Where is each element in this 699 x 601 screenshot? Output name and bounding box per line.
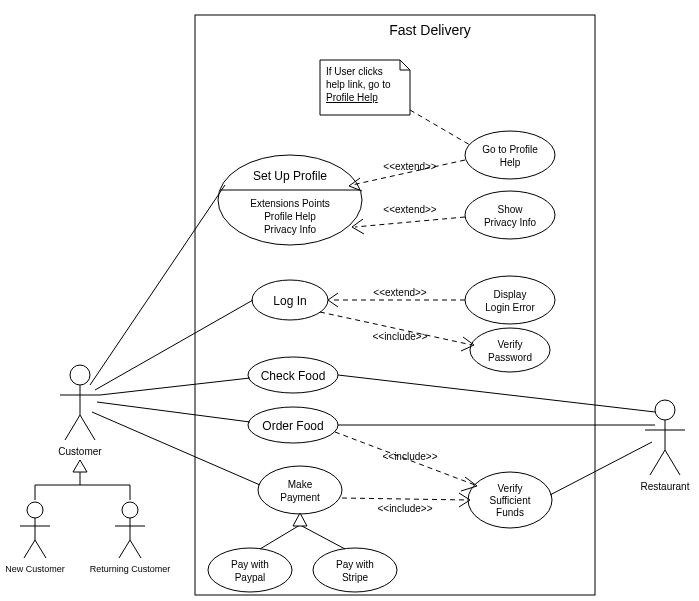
svg-text:Make: Make: [288, 479, 313, 490]
svg-line-63: [650, 450, 665, 475]
svg-text:Paypal: Paypal: [235, 572, 266, 583]
svg-text:<<include>>: <<include>>: [372, 331, 427, 342]
svg-point-55: [122, 502, 138, 518]
svg-text:Funds: Funds: [496, 507, 524, 518]
svg-point-12: [465, 276, 555, 324]
usecase-check-food: Check Food: [248, 357, 338, 393]
actor-customer: Customer: [58, 365, 102, 457]
svg-text:Verify: Verify: [497, 483, 522, 494]
uc-set-up-profile-ext-header: Extensions Points: [250, 198, 330, 209]
svg-line-44: [80, 415, 95, 440]
actor-returning-customer: Returning Customer: [90, 502, 171, 574]
svg-text:Sufficient: Sufficient: [490, 495, 531, 506]
svg-marker-45: [73, 460, 87, 472]
svg-text:Help: Help: [500, 157, 521, 168]
svg-line-53: [24, 540, 35, 558]
svg-text:Check Food: Check Food: [261, 369, 326, 383]
svg-text:Display: Display: [494, 289, 527, 300]
svg-point-33: [208, 548, 292, 592]
svg-line-54: [35, 540, 46, 558]
note-line3: Profile Help: [326, 92, 378, 103]
usecase-go-to-profile-help: Go to Profile Help: [465, 131, 555, 179]
svg-text:Login Error: Login Error: [485, 302, 535, 313]
usecase-verify-sufficient-funds: Verify Sufficient Funds: [468, 472, 552, 528]
svg-line-59: [130, 540, 141, 558]
system-title: Fast Delivery: [389, 22, 471, 38]
actor-customer-label: Customer: [58, 446, 102, 457]
usecase-display-login-error: Display Login Error: [465, 276, 555, 324]
svg-line-43: [65, 415, 80, 440]
svg-text:Log In: Log In: [273, 294, 306, 308]
svg-point-2: [465, 131, 555, 179]
usecase-order-food: Order Food: [248, 407, 338, 443]
svg-text:Payment: Payment: [280, 492, 320, 503]
svg-text:<<include>>: <<include>>: [382, 451, 437, 462]
svg-text:Pay with: Pay with: [231, 559, 269, 570]
svg-text:Order Food: Order Food: [262, 419, 323, 433]
svg-text:Password: Password: [488, 352, 532, 363]
svg-text:<<extend>>: <<extend>>: [383, 204, 437, 215]
svg-text:Pay with: Pay with: [336, 559, 374, 570]
usecase-verify-password: Verify Password: [470, 328, 550, 372]
svg-text:Go to Profile: Go to Profile: [482, 144, 538, 155]
usecase-show-privacy-info: Show Privacy Info: [465, 191, 555, 239]
usecase-make-payment: Make Payment: [258, 466, 342, 514]
actor-restaurant: Restaurant: [641, 400, 690, 492]
actor-new-customer: New Customer: [5, 502, 65, 574]
note-line2: help link, go to: [326, 79, 391, 90]
svg-point-24: [258, 466, 342, 514]
usecase-pay-with-stripe: Pay with Stripe: [313, 548, 397, 592]
use-case-diagram: Fast Delivery If User clicks help link, …: [0, 0, 699, 601]
note: If User clicks help link, go to Profile …: [320, 60, 410, 115]
uc-set-up-profile-ext1: Profile Help: [264, 211, 316, 222]
actor-restaurant-label: Restaurant: [641, 481, 690, 492]
uc-set-up-profile-label: Set Up Profile: [253, 169, 327, 183]
svg-point-36: [313, 548, 397, 592]
actor-new-customer-label: New Customer: [5, 564, 65, 574]
svg-text:<<extend>>: <<extend>>: [383, 161, 437, 172]
svg-point-60: [655, 400, 675, 420]
svg-text:<<extend>>: <<extend>>: [373, 287, 427, 298]
svg-text:Privacy Info: Privacy Info: [484, 217, 537, 228]
svg-text:Stripe: Stripe: [342, 572, 369, 583]
svg-line-58: [119, 540, 130, 558]
svg-text:Verify: Verify: [497, 339, 522, 350]
svg-line-64: [665, 450, 680, 475]
uc-set-up-profile-ext2: Privacy Info: [264, 224, 317, 235]
usecase-set-up-profile: Set Up Profile Extensions Points Profile…: [218, 155, 362, 245]
gen-customer-tree: [35, 460, 130, 500]
usecase-pay-with-paypal: Pay with Paypal: [208, 548, 292, 592]
svg-text:<<include>>: <<include>>: [377, 503, 432, 514]
svg-point-5: [465, 191, 555, 239]
actor-returning-customer-label: Returning Customer: [90, 564, 171, 574]
svg-point-40: [70, 365, 90, 385]
note-line1: If User clicks: [326, 66, 383, 77]
svg-point-50: [27, 502, 43, 518]
svg-text:Show: Show: [497, 204, 523, 215]
usecase-log-in: Log In: [252, 280, 328, 320]
svg-point-15: [470, 328, 550, 372]
